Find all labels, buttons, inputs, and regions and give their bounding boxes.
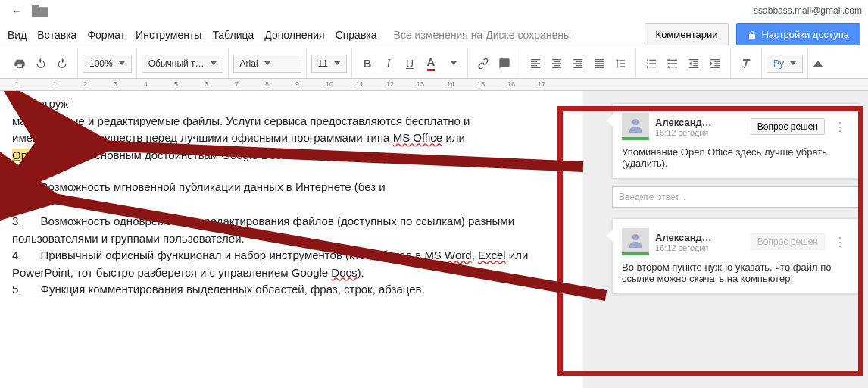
menu-insert[interactable]: Вставка	[37, 29, 76, 41]
chevron-down-icon	[211, 61, 217, 65]
underline-button[interactable]: U	[399, 53, 420, 74]
highlighted-text: Open Office	[12, 149, 73, 161]
redo-icon[interactable]	[52, 53, 73, 74]
doc-highlight-marker	[12, 196, 571, 214]
font-select[interactable]: Arial	[233, 55, 301, 73]
doc-line: все загруж	[12, 95, 571, 113]
paragraph-style-select[interactable]: Обычный т…	[142, 55, 223, 73]
more-icon[interactable]: ⋮	[831, 235, 849, 249]
menu-view[interactable]: Вид	[8, 29, 27, 41]
text-color-button[interactable]: A	[420, 53, 442, 74]
align-right-icon[interactable]	[567, 53, 589, 74]
resolve-button[interactable]: Вопрос решен	[751, 118, 825, 135]
toolbar: 100% Обычный т… Arial 11 B I U A Py	[0, 48, 868, 79]
menu-tools[interactable]: Инструменты	[136, 29, 201, 41]
chevron-down-icon	[264, 61, 270, 65]
lock-icon	[748, 30, 757, 39]
print-icon[interactable]	[9, 53, 30, 74]
comment-time: 16:12 сегодня	[655, 243, 745, 252]
font-size-select[interactable]: 11	[311, 55, 347, 73]
more-icon[interactable]: ⋮	[831, 120, 849, 134]
comment-author: Александ…	[655, 117, 745, 128]
comment-time: 16:12 сегодня	[655, 128, 745, 137]
align-center-icon[interactable]	[546, 53, 567, 74]
avatar	[622, 228, 649, 255]
comment-icon[interactable]	[494, 53, 515, 74]
align-left-icon[interactable]	[525, 53, 546, 74]
svg-point-1	[667, 62, 670, 64]
italic-button[interactable]: I	[378, 53, 399, 74]
menu-table[interactable]: Таблица	[212, 29, 254, 41]
svg-point-3	[632, 119, 639, 125]
expand-toolbar-button[interactable]	[808, 61, 828, 67]
color-more-icon[interactable]	[442, 53, 463, 74]
svg-point-4	[632, 234, 639, 240]
doc-line: имеют ряд преимуществ перед лучшими офис…	[12, 130, 571, 147]
bold-button[interactable]: B	[357, 53, 378, 74]
increase-indent-icon[interactable]	[704, 53, 726, 74]
chevron-down-icon	[334, 61, 340, 65]
bulleted-list-icon[interactable]	[662, 53, 683, 74]
comments-pane: Александ… 16:12 сегодня Вопрос решен ⋮ У…	[583, 91, 868, 388]
ruler[interactable]: 1 1 2 3 4 5 6 7 8 9 10 11 12 13 14 15 16…	[0, 79, 868, 91]
user-email[interactable]: ssabbass.mail@gmail.com	[754, 5, 862, 16]
link-icon[interactable]	[473, 53, 494, 74]
list-item: 4. Привычный офисный функционал и набор …	[12, 247, 571, 281]
comment-body: Во втором пункте нужно указать, что файл…	[622, 261, 849, 284]
list-item: 5. Функция комментирования выделенных об…	[12, 281, 571, 299]
list-item: 3. Возможность одновременного редактиров…	[12, 213, 571, 247]
comment-body: Упоминание Open Office здесь лучше убрат…	[622, 146, 849, 169]
share-button-label: Настройки доступа	[761, 29, 849, 40]
undo-icon[interactable]	[30, 53, 52, 74]
menu-addons[interactable]: Дополнения	[264, 29, 324, 41]
menu-help[interactable]: Справка	[336, 29, 377, 41]
menu-format[interactable]: Формат	[87, 29, 125, 41]
share-button[interactable]: Настройки доступа	[736, 23, 860, 45]
numbered-list-icon[interactable]	[641, 53, 662, 74]
resolve-button[interactable]: Вопрос решен	[751, 233, 825, 250]
doc-line: Open Office. К основным достоинствам Goo…	[12, 147, 571, 164]
comments-button[interactable]: Комментарии	[645, 23, 729, 45]
line-spacing-icon[interactable]	[610, 53, 631, 74]
reply-input[interactable]: Введите ответ...	[612, 186, 859, 208]
svg-point-0	[667, 59, 670, 61]
list-item: 1. Возможность мгновенной публикации дан…	[12, 179, 571, 196]
zoom-select[interactable]: 100%	[83, 55, 132, 73]
svg-point-2	[667, 66, 670, 68]
input-tools-select[interactable]: Py	[767, 55, 803, 73]
chevron-down-icon	[790, 61, 796, 65]
align-justify-icon[interactable]	[589, 53, 610, 74]
folder-icon[interactable]	[32, 5, 48, 17]
back-button[interactable]: ←	[6, 0, 27, 21]
chevron-up-icon	[813, 61, 823, 67]
doc-line: матриваемые и редактируемые файлы. Услуг…	[12, 113, 571, 130]
save-state-label: Все изменения на Диске сохранены	[394, 29, 572, 41]
clear-format-icon[interactable]	[735, 53, 757, 74]
avatar	[622, 113, 649, 140]
document-page[interactable]: все загруж матриваемые и редактируемые ф…	[0, 91, 583, 388]
comment-card[interactable]: Александ… 16:12 сегодня Вопрос решен ⋮ В…	[612, 218, 859, 294]
chevron-down-icon	[119, 61, 125, 65]
comment-card[interactable]: Александ… 16:12 сегодня Вопрос решен ⋮ У…	[612, 103, 859, 179]
menubar: Вид Вставка Формат Инструменты Таблица Д…	[0, 21, 868, 48]
decrease-indent-icon[interactable]	[683, 53, 704, 74]
comment-author: Александ…	[655, 232, 745, 243]
